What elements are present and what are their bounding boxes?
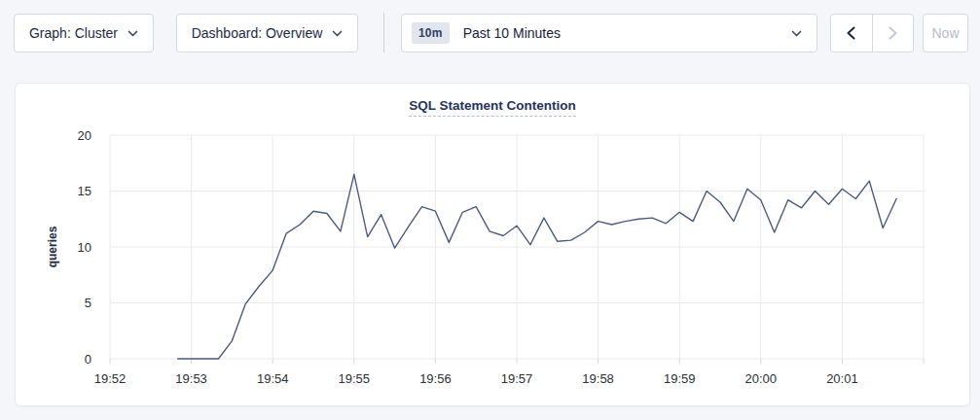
svg-text:19:57: 19:57 <box>501 371 533 386</box>
y-axis-unit-label: queries <box>46 226 59 267</box>
svg-text:10: 10 <box>78 240 91 255</box>
dashboard-dropdown-label: Dashboard: Overview <box>192 25 323 41</box>
chart-panel: SQL Statement Contention 0510152019:5219… <box>15 83 970 406</box>
svg-text:19:54: 19:54 <box>257 371 289 386</box>
svg-text:19:53: 19:53 <box>175 371 207 386</box>
svg-text:5: 5 <box>85 296 91 310</box>
toolbar: Graph: Cluster Dashboard: Overview 10m P… <box>0 0 980 68</box>
svg-text:19:56: 19:56 <box>419 371 452 386</box>
chevron-right-icon <box>889 26 897 40</box>
graph-dropdown-label: Graph: Cluster <box>29 25 118 41</box>
graph-dropdown[interactable]: Graph: Cluster <box>14 14 154 52</box>
chevron-left-icon <box>847 26 855 40</box>
svg-text:20:01: 20:01 <box>826 371 858 386</box>
chart-gridlines <box>110 135 924 364</box>
chevron-down-icon <box>332 30 343 37</box>
svg-text:19:52: 19:52 <box>94 371 127 386</box>
chart-axis-labels: 0510152019:5219:5319:5419:5519:5619:5719… <box>46 128 858 387</box>
time-window-next-button[interactable] <box>873 15 914 52</box>
svg-text:20: 20 <box>78 128 91 143</box>
now-button[interactable]: Now <box>923 14 968 52</box>
svg-text:19:59: 19:59 <box>664 371 696 386</box>
time-window-arrows <box>830 14 914 52</box>
toolbar-divider <box>383 13 384 52</box>
svg-text:20:00: 20:00 <box>745 371 778 386</box>
svg-text:0: 0 <box>85 352 91 367</box>
dashboard-dropdown[interactable]: Dashboard: Overview <box>176 14 358 52</box>
svg-text:19:55: 19:55 <box>339 371 371 386</box>
time-range-label: Past 10 Minutes <box>463 25 561 41</box>
svg-text:19:58: 19:58 <box>582 371 614 386</box>
time-range-badge: 10m <box>412 22 450 44</box>
chevron-down-icon <box>127 30 138 37</box>
time-window-prev-button[interactable] <box>831 15 873 52</box>
chart-series-line <box>178 174 896 359</box>
time-range-dropdown[interactable]: 10m Past 10 Minutes <box>401 14 817 52</box>
sql-contention-line-chart[interactable]: 0510152019:5219:5319:5419:5519:5619:5719… <box>16 84 969 405</box>
chevron-down-icon <box>791 30 802 37</box>
svg-text:15: 15 <box>78 184 91 198</box>
